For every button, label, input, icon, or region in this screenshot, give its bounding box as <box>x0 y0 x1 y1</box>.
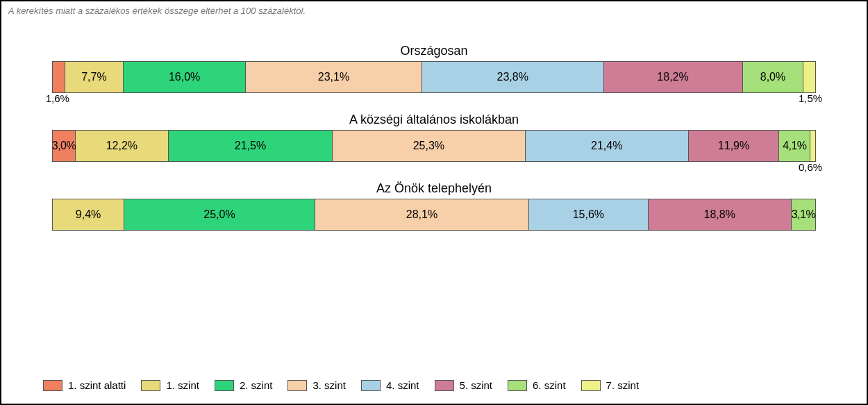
bar-segment-l7: 0,6% <box>810 131 815 161</box>
bar-segment-l7: 1,5% <box>803 62 815 92</box>
bar-group-title: Országosan <box>52 44 816 58</box>
bar-segment-l4: 23,8% <box>422 62 604 92</box>
legend-label: 1. szint alatti <box>68 379 126 391</box>
stacked-bar-chart: Országosan1,6%7,7%16,0%23,1%23,8%18,2%8,… <box>52 44 816 231</box>
segment-label: 23,8% <box>497 71 528 83</box>
rounding-note: A kerekítés miatt a százalékos értékek ö… <box>8 6 860 16</box>
bar-segment-l6: 3,1% <box>792 199 815 230</box>
segment-label: 21,5% <box>235 140 266 152</box>
segment-label: 15,6% <box>573 208 604 221</box>
bar-group: A községi általános iskolákban3,0%12,2%2… <box>52 113 816 162</box>
bar-segment-l4: 21,4% <box>526 131 689 161</box>
segment-label: 23,1% <box>318 71 349 83</box>
bar-segment-l5: 18,2% <box>604 62 743 92</box>
bar-segment-l5: 18,8% <box>649 199 792 230</box>
segment-label: 12,2% <box>106 140 137 152</box>
segment-label: 18,8% <box>704 208 735 221</box>
bar-segment-l0: 1,6% <box>53 62 65 92</box>
segment-label: 9,4% <box>76 208 101 221</box>
stacked-bar: 3,0%12,2%21,5%25,3%21,4%11,9%4,1%0,6% <box>52 130 816 162</box>
legend-item-l1: 1. szint <box>141 379 199 391</box>
bar-segment-l3: 23,1% <box>246 62 422 92</box>
bar-group-title: A községi általános iskolákban <box>52 113 816 127</box>
bar-segment-l1: 9,4% <box>53 199 124 230</box>
bar-segment-l1: 12,2% <box>76 131 169 161</box>
bar-segment-l5: 11,9% <box>689 131 780 161</box>
segment-label: 25,3% <box>413 140 444 152</box>
legend-item-l3: 3. szint <box>287 379 346 391</box>
legend-item-l4: 4. szint <box>361 379 419 391</box>
segment-label: 21,4% <box>591 140 622 152</box>
legend-item-l6: 6. szint <box>508 379 566 391</box>
stacked-bar: 9,4%25,0%28,1%15,6%18,8%3,1% <box>52 199 816 231</box>
legend-label: 5. szint <box>460 379 493 391</box>
bar-segment-l0: 3,0% <box>53 131 76 161</box>
legend: 1. szint alatti1. szint2. szint3. szint4… <box>43 379 839 391</box>
segment-label: 1,5% <box>799 92 822 104</box>
legend-item-l7: 7. szint <box>581 379 640 391</box>
bar-segment-l6: 8,0% <box>743 62 804 92</box>
legend-swatch <box>435 380 454 391</box>
legend-item-l2: 2. szint <box>215 379 273 391</box>
bar-segment-l3: 28,1% <box>315 199 530 230</box>
segment-label: 1,6% <box>46 92 69 104</box>
bar-segment-l1: 7,7% <box>65 62 124 92</box>
segment-label: 4,1% <box>783 140 806 152</box>
segment-label: 3,0% <box>52 140 76 152</box>
legend-swatch <box>361 380 381 391</box>
legend-swatch <box>141 380 160 391</box>
segment-label: 18,2% <box>657 71 688 83</box>
segment-label: 3,1% <box>792 208 815 221</box>
bar-segment-l6: 4,1% <box>779 131 810 161</box>
segment-label: 11,9% <box>718 140 749 152</box>
legend-label: 4. szint <box>386 379 419 391</box>
legend-swatch <box>287 380 307 391</box>
legend-label: 6. szint <box>533 379 566 391</box>
bar-segment-l2: 16,0% <box>124 62 246 92</box>
segment-label: 16,0% <box>169 71 200 83</box>
segment-label: 8,0% <box>760 71 785 83</box>
segment-label: 7,7% <box>81 71 106 83</box>
legend-swatch <box>581 380 601 391</box>
bar-segment-l2: 21,5% <box>169 131 333 161</box>
bar-segment-l3: 25,3% <box>333 131 526 161</box>
chart-frame: A kerekítés miatt a százalékos értékek ö… <box>0 0 868 405</box>
legend-item-l0: 1. szint alatti <box>43 379 126 391</box>
segment-label: 28,1% <box>406 208 437 221</box>
legend-swatch <box>508 380 527 391</box>
legend-label: 2. szint <box>240 379 273 391</box>
segment-label: 25,0% <box>203 208 235 221</box>
legend-label: 1. szint <box>166 379 199 391</box>
legend-item-l5: 5. szint <box>435 379 493 391</box>
bar-segment-l2: 25,0% <box>124 199 315 230</box>
bar-segment-l4: 15,6% <box>529 199 648 230</box>
stacked-bar: 1,6%7,7%16,0%23,1%23,8%18,2%8,0%1,5% <box>52 61 816 93</box>
bar-group: Országosan1,6%7,7%16,0%23,1%23,8%18,2%8,… <box>52 44 816 93</box>
bar-group: Az Önök telephelyén9,4%25,0%28,1%15,6%18… <box>52 181 816 231</box>
segment-label: 0,6% <box>799 161 822 173</box>
legend-swatch <box>43 380 62 391</box>
legend-label: 7. szint <box>606 379 640 391</box>
bar-group-title: Az Önök telephelyén <box>52 181 816 196</box>
legend-label: 3. szint <box>312 379 346 391</box>
legend-swatch <box>215 380 234 391</box>
